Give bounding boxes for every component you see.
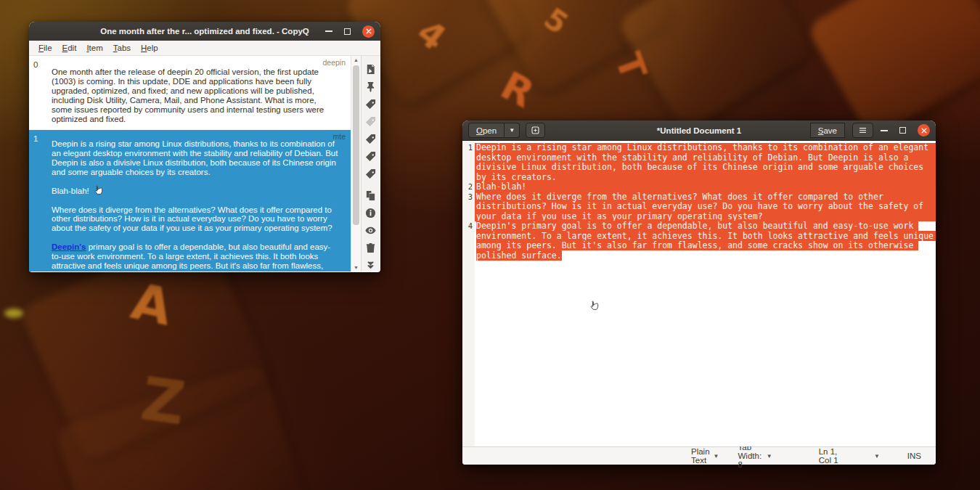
tag-icon[interactable]	[365, 133, 377, 144]
pin-icon[interactable]	[365, 81, 377, 92]
chevron-down-icon: ▼	[714, 453, 719, 460]
item-paragraph: Deepin's primary goal is to offer a depe…	[52, 242, 339, 271]
scrollbar-thumb[interactable]	[353, 65, 359, 225]
goto-line-dropdown[interactable]: ▼	[870, 452, 884, 461]
open-button[interactable]: Open	[468, 123, 505, 138]
copyq-item-toolbar	[361, 56, 380, 271]
editor-line: 1 Deepin is a rising star among Linux di…	[462, 143, 936, 182]
scroll-to-bottom-chevrons-icon[interactable]	[365, 258, 377, 270]
selected-text-line[interactable]: Blah-blah!	[475, 182, 936, 192]
selected-text-line[interactable]: Deepin's primary goal is to offer a depe…	[475, 221, 936, 261]
list-scrollbar[interactable]: ▲ ▼	[351, 56, 361, 271]
copyq-menubar: File Edit Item Tabs Help	[29, 41, 380, 56]
tag-icon[interactable]	[365, 98, 377, 110]
clipboard-item-list: 0 deepin One month after the release of …	[29, 56, 351, 271]
item-index: 1	[33, 134, 38, 143]
new-document-button[interactable]	[526, 123, 545, 138]
item-paragraph-rest: primary goal is to offer a dependable, b…	[52, 242, 330, 271]
minimize-icon[interactable]	[325, 30, 332, 32]
line-number: 4	[462, 221, 475, 261]
menu-item[interactable]: Item	[81, 42, 107, 54]
editor-line: 2 Blah-blah!	[462, 182, 936, 192]
copy-icon[interactable]	[365, 189, 377, 201]
hand-pointer-cursor	[588, 298, 600, 314]
item-index: 0	[33, 60, 38, 69]
scrollbar-down-arrow-icon[interactable]: ▼	[351, 265, 361, 270]
line-number: 1	[462, 143, 475, 182]
menu-edit[interactable]: Edit	[57, 42, 82, 54]
copyq-window: One month after the r... optimized and f…	[29, 22, 380, 272]
maximize-icon[interactable]	[344, 28, 351, 35]
minimize-icon[interactable]	[881, 130, 888, 131]
trash-icon[interactable]	[365, 242, 377, 253]
tag-icon-disabled[interactable]	[365, 115, 377, 127]
maximize-icon[interactable]	[899, 127, 906, 134]
open-dropdown-arrow[interactable]: ▼	[505, 123, 520, 138]
hamburger-menu-icon[interactable]	[852, 123, 873, 138]
info-icon[interactable]	[365, 207, 377, 219]
selected-text-line[interactable]: Deepin is a rising star among Linux dist…	[475, 143, 936, 182]
close-icon[interactable]	[918, 124, 930, 136]
selected-text-line[interactable]: Where does it diverge from the alternati…	[475, 192, 936, 222]
language-selector[interactable]: Plain Text▼	[687, 446, 724, 466]
wallpaper-key-shape	[806, 0, 980, 140]
menu-help[interactable]: Help	[136, 42, 163, 54]
editor-line: 4 Deepin's primary goal is to offer a de…	[462, 221, 936, 261]
menu-file[interactable]: File	[33, 42, 57, 54]
chevron-down-icon: ▼	[767, 453, 772, 460]
line-number: 2	[462, 182, 475, 192]
item-paragraph: Deepin is a rising star among Linux dist…	[52, 139, 339, 177]
save-button[interactable]: Save	[810, 123, 845, 138]
hand-pointer-cursor	[92, 183, 105, 198]
item-paragraph: Where does it diverge from the alternati…	[52, 205, 339, 234]
close-icon[interactable]	[362, 25, 375, 38]
insert-mode-status: INS	[903, 450, 926, 462]
clipboard-item-1-selected[interactable]: 1 mte Deepin is a rising star among Linu…	[29, 130, 351, 271]
item-text: Deepin is a rising star among Linux dist…	[29, 130, 351, 271]
wallpaper-highlight-dot	[4, 309, 23, 318]
gedit-statusbar: Plain Text▼ Tab Width: 8▼ Ln 1, Col 1 ▼ …	[462, 446, 936, 465]
editor-text-area[interactable]: 1 Deepin is a rising star among Linux di…	[462, 141, 936, 446]
edit-notes-icon[interactable]	[365, 63, 377, 75]
tag-icon[interactable]	[365, 168, 377, 179]
copyq-titlebar[interactable]: One month after the r... optimized and f…	[29, 22, 380, 41]
clipboard-item-0[interactable]: 0 deepin One month after the release of …	[29, 56, 351, 130]
show-preview-eye-icon[interactable]	[365, 224, 377, 236]
gedit-window: Open ▼ *Untitled Document 1 Save 1	[462, 121, 936, 465]
editor-line: 3 Where does it diverge from the alterna…	[462, 192, 936, 222]
item-tag-deepin: deepin	[322, 58, 346, 67]
scrollbar-up-arrow-icon[interactable]: ▲	[351, 57, 361, 62]
item-tag-mte: mte	[332, 132, 346, 141]
cursor-position-status[interactable]: Ln 1, Col 1	[814, 446, 848, 466]
menu-tabs[interactable]: Tabs	[108, 42, 136, 54]
gedit-headerbar[interactable]: Open ▼ *Untitled Document 1 Save	[462, 121, 936, 141]
tag-icon[interactable]	[365, 150, 377, 162]
item-text: One month after the release of deepin 20…	[29, 56, 351, 123]
line-number: 3	[462, 192, 475, 222]
chevron-down-icon: ▼	[874, 453, 880, 460]
deepins-link[interactable]: Deepin's	[52, 242, 86, 251]
